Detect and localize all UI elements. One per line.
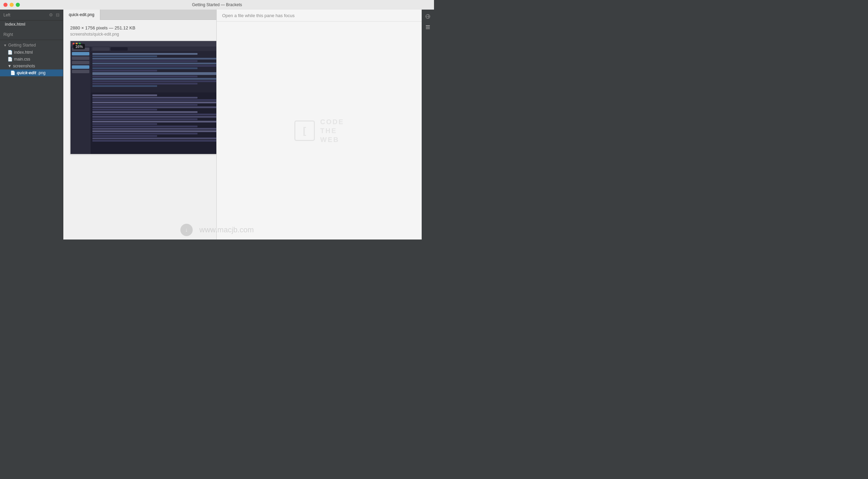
file-ext: .png bbox=[38, 70, 46, 75]
folder-icon: ▼ bbox=[8, 64, 12, 68]
chevron-down-icon: ▼ bbox=[3, 43, 7, 47]
sidebar-item-index[interactable]: 📄 index.html bbox=[0, 49, 63, 56]
open-file-index[interactable]: index.html bbox=[0, 21, 63, 28]
editor-tab-bar: quick-edit.png bbox=[63, 10, 216, 20]
file-icon: 📄 bbox=[8, 50, 13, 55]
image-preview: 16% bbox=[71, 41, 216, 154]
maximize-button[interactable] bbox=[16, 3, 20, 7]
file-name: main.css bbox=[14, 57, 30, 62]
image-meta: 2880 × 1756 pixels — 251.12 KB screensho… bbox=[70, 25, 209, 37]
mock-code-bottom bbox=[91, 92, 216, 154]
file-icon: 📄 bbox=[8, 57, 13, 62]
right-icon-bar bbox=[422, 10, 434, 240]
mock-titlebar bbox=[71, 41, 216, 47]
tab-label: quick-edit.png bbox=[69, 12, 94, 17]
window-title: Getting Started — Brackets bbox=[192, 2, 242, 7]
sidebar-header-left: Left ⚙ ⊟ bbox=[0, 10, 63, 21]
close-button[interactable] bbox=[3, 3, 8, 7]
mock-sidebar bbox=[71, 47, 91, 154]
mock-code-top bbox=[91, 51, 216, 92]
brackets-text: CODE THE WEB bbox=[320, 118, 344, 144]
sidebar-item-screenshots[interactable]: ▼ screenshots bbox=[0, 63, 63, 69]
bottom-watermark: ↓ www.macjb.com bbox=[0, 224, 434, 236]
brackets-logo-icon: [ bbox=[294, 120, 315, 141]
watermark-line-1: CODE bbox=[320, 118, 344, 126]
file-icon: 📄 bbox=[10, 70, 15, 75]
settings-icon[interactable]: ⚙ bbox=[49, 12, 53, 17]
preview-content: [ CODE THE WEB bbox=[217, 22, 422, 240]
editor-area: quick-edit.png 2880 × 1756 pixels — 251.… bbox=[63, 10, 216, 240]
logo-symbol: [ bbox=[303, 125, 306, 136]
file-name: quick-edit bbox=[17, 70, 36, 75]
tab-quickedit[interactable]: quick-edit.png bbox=[63, 10, 100, 20]
right-label: Right bbox=[3, 32, 13, 37]
open-file-name: index.html bbox=[5, 22, 25, 27]
titlebar: Getting Started — Brackets bbox=[0, 0, 434, 10]
sidebar-item-maincss[interactable]: 📄 main.css bbox=[0, 56, 63, 63]
preview-header: Open a file while this pane has focus bbox=[217, 10, 422, 22]
sidebar-header-right: Right bbox=[0, 29, 63, 40]
split-icon[interactable]: ⊟ bbox=[56, 12, 60, 17]
file-tree-icon[interactable] bbox=[424, 23, 432, 31]
mock-editor-main bbox=[91, 47, 216, 154]
file-name: index.html bbox=[14, 50, 33, 55]
minimize-button[interactable] bbox=[10, 3, 14, 7]
svg-rect-1 bbox=[426, 27, 430, 28]
project-title[interactable]: ▼ Getting Started bbox=[0, 40, 63, 49]
editor-content: 2880 × 1756 pixels — 251.12 KB screensho… bbox=[63, 20, 216, 240]
mock-tab-bar bbox=[91, 47, 216, 51]
watermark-line-3: WEB bbox=[320, 135, 344, 144]
svg-rect-0 bbox=[426, 25, 430, 26]
folder-name: screenshots bbox=[13, 64, 35, 68]
sidebar-item-quickedit[interactable]: 📄 quick-edit.png bbox=[0, 69, 63, 76]
brackets-watermark: [ CODE THE WEB bbox=[294, 118, 344, 144]
image-dimensions: 2880 × 1756 pixels — 251.12 KB bbox=[70, 25, 209, 30]
right-panel: quick-edit.png 2880 × 1756 pixels — 251.… bbox=[63, 10, 434, 240]
app-container: Left ⚙ ⊟ index.html Right ▼ Getting Star… bbox=[0, 10, 434, 240]
project-name: Getting Started bbox=[8, 43, 36, 48]
mock-screenshot bbox=[71, 41, 216, 154]
left-label: Left bbox=[3, 13, 10, 17]
image-path: screenshots/quick-edit.png bbox=[70, 32, 209, 37]
preview-pane: Open a file while this pane has focus [ … bbox=[216, 10, 422, 240]
sidebar: Left ⚙ ⊟ index.html Right ▼ Getting Star… bbox=[0, 10, 63, 240]
watermark-icon: ↓ bbox=[180, 224, 193, 236]
image-preview-container: 16% bbox=[70, 41, 216, 154]
sidebar-header-icons: ⚙ ⊟ bbox=[49, 12, 60, 17]
svg-rect-2 bbox=[426, 28, 430, 29]
watermark-line-2: THE bbox=[320, 127, 344, 135]
watermark-url: www.macjb.com bbox=[200, 225, 254, 234]
preview-hint: Open a file while this pane has focus bbox=[222, 13, 295, 18]
window-controls bbox=[3, 3, 20, 7]
mock-body bbox=[71, 47, 216, 154]
zoom-badge: 16% bbox=[73, 44, 85, 49]
live-preview-icon[interactable] bbox=[424, 12, 432, 21]
